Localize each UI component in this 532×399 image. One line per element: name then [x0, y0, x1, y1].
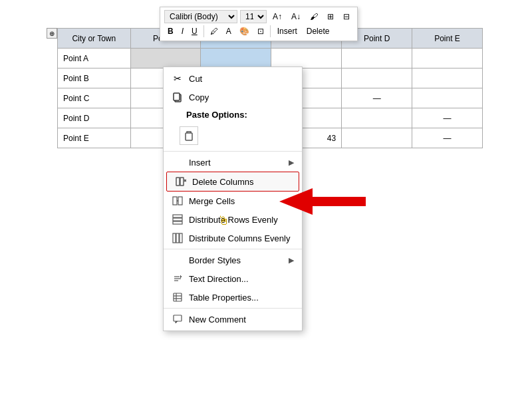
copy-icon [172, 91, 184, 103]
border-styles-icon [172, 254, 184, 266]
paste-icon-button[interactable] [180, 126, 198, 145]
svg-rect-13 [173, 233, 176, 243]
font-size-select[interactable]: 11 [240, 10, 267, 23]
toolbar-row-font: Calibri (Body) 11 A↑ A↓ 🖌 ⊞ ⊟ [164, 10, 353, 23]
floating-toolbar: Calibri (Body) 11 A↑ A↓ 🖌 ⊞ ⊟ B I U 🖊 A … [160, 7, 358, 41]
border-styles-label: Border Styles [189, 255, 283, 265]
menu-item-table-properties[interactable]: Table Properties... [164, 288, 302, 307]
svg-rect-4 [180, 178, 184, 186]
table-grid-button[interactable]: ⊞ [324, 10, 337, 23]
insert-button[interactable]: Insert [273, 25, 301, 37]
menu-item-cut[interactable]: ✂ Cut [164, 69, 302, 88]
font-family-select[interactable]: Calibri (Body) [164, 10, 237, 23]
svg-marker-24 [279, 188, 366, 215]
distribute-rows-label: Distribute Rows Evenly [189, 215, 294, 225]
cut-icon: ✂ [172, 72, 184, 84]
distribute-rows-icon [172, 213, 184, 225]
menu-item-distribute-cols[interactable]: Distribute Columns Evenly [164, 229, 302, 247]
svg-rect-19 [174, 293, 182, 301]
svg-rect-12 [173, 221, 182, 224]
text-direction-icon [172, 273, 184, 285]
menu-item-new-comment[interactable]: New Comment [164, 310, 302, 329]
svg-rect-3 [176, 178, 180, 186]
move-handle[interactable]: ⊕ [47, 28, 57, 39]
svg-rect-1 [174, 93, 180, 100]
distribute-cols-label: Distribute Columns Evenly [189, 233, 294, 243]
toolbar-row-format: B I U 🖊 A 🎨 ⊡ Insert Delete [164, 25, 353, 38]
delete-button[interactable]: Delete [303, 25, 334, 37]
table-style-button[interactable]: ⊟ [340, 10, 353, 23]
svg-rect-10 [173, 215, 182, 217]
separator2 [270, 25, 271, 37]
divider2 [164, 249, 302, 249]
merge-cells-icon [172, 195, 184, 207]
borders-button[interactable]: ⊡ [254, 25, 267, 38]
delete-columns-label: Delete Columns [192, 177, 291, 187]
insert-arrow: ▶ [289, 158, 294, 167]
border-styles-arrow: ▶ [289, 256, 294, 265]
menu-item-copy[interactable]: Copy [164, 88, 302, 106]
italic-button[interactable]: I [178, 25, 187, 38]
bold-button[interactable]: B [164, 25, 177, 38]
copy-label: Copy [189, 92, 294, 102]
col-header-pointe: Point E [412, 29, 483, 49]
cut-label: Cut [189, 74, 294, 84]
menu-item-insert[interactable]: Insert ▶ [164, 153, 302, 172]
svg-rect-8 [178, 197, 182, 205]
svg-rect-15 [180, 233, 182, 243]
new-comment-label: New Comment [189, 315, 294, 325]
shrink-font-button[interactable]: A↓ [288, 10, 304, 23]
divider3 [164, 308, 302, 309]
paste-options-label: Paste Options: [186, 110, 294, 120]
format-painter-button[interactable]: 🖌 [307, 10, 321, 23]
cursor: 🖱 [218, 214, 230, 228]
table-properties-icon [172, 291, 184, 303]
merge-cells-label: Merge Cells [189, 196, 294, 206]
separator [203, 25, 204, 37]
svg-rect-2 [186, 133, 192, 140]
red-arrow-indicator [279, 188, 366, 217]
col-header-city: City or Town [58, 29, 131, 49]
svg-rect-11 [173, 218, 182, 221]
insert-icon [172, 156, 184, 168]
highlight-button[interactable]: 🖊 [207, 25, 221, 38]
menu-item-border-styles[interactable]: Border Styles ▶ [164, 251, 302, 269]
grow-font-button[interactable]: A↑ [269, 10, 285, 23]
delete-columns-icon [175, 176, 187, 188]
table-row: Point A [58, 49, 483, 68]
svg-rect-14 [176, 233, 179, 243]
font-color-button[interactable]: A [223, 25, 235, 38]
text-direction-label: Text Direction... [189, 274, 294, 284]
shading-button[interactable]: 🎨 [236, 25, 253, 38]
menu-item-text-direction[interactable]: Text Direction... [164, 269, 302, 288]
svg-rect-23 [174, 315, 182, 321]
divider1 [164, 151, 302, 152]
new-comment-icon [172, 313, 184, 325]
underline-button[interactable]: U [188, 25, 201, 38]
table-properties-label: Table Properties... [189, 293, 294, 303]
insert-label: Insert [189, 158, 283, 168]
menu-item-paste-options: Paste Options: [164, 106, 302, 123]
svg-rect-7 [173, 197, 177, 205]
distribute-cols-icon [172, 232, 184, 244]
